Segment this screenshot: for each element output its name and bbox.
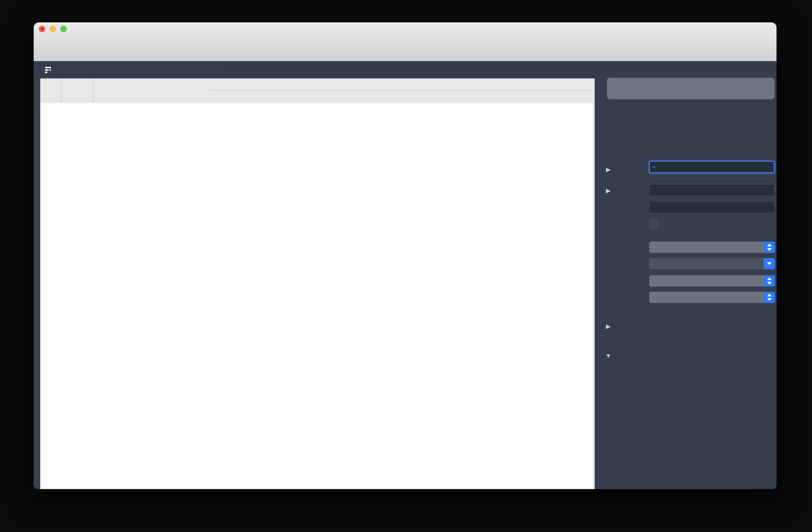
outline-table-header xyxy=(40,78,209,103)
disclosure-icon[interactable]: ▶ xyxy=(606,187,610,194)
inspector-panel: ▶ ▶ ▶ ▼ xyxy=(595,78,777,489)
disclosure-open-icon[interactable]: ▼ xyxy=(606,353,611,359)
titulo-selected-text xyxy=(653,167,655,168)
popup-stepper-icon xyxy=(764,242,775,253)
title-bar xyxy=(34,23,777,61)
trabajo-input[interactable] xyxy=(649,184,774,196)
close-window-button[interactable] xyxy=(39,26,45,32)
popup-stepper-icon xyxy=(764,292,775,303)
view-bar xyxy=(34,61,777,78)
alineacion-popup[interactable] xyxy=(649,292,775,303)
zoom-window-button[interactable] xyxy=(60,26,67,32)
inicio-popup[interactable] xyxy=(649,242,775,253)
unsaved-dot-icon xyxy=(41,28,43,30)
project-outline-and-gantt xyxy=(40,103,593,489)
disclosure-icon[interactable]: ▶ xyxy=(606,166,610,173)
screenshot-stage: ▶ ▶ ▶ ▼ xyxy=(0,0,812,532)
activity-indicator xyxy=(595,61,777,78)
minimize-window-button[interactable] xyxy=(49,26,56,32)
disclosure-icon[interactable]: ▶ xyxy=(606,323,610,330)
combo-chevron-icon xyxy=(764,258,775,269)
hito-checkbox[interactable] xyxy=(650,219,659,228)
titulo-input[interactable] xyxy=(649,161,774,173)
temprano-date-field[interactable] xyxy=(649,258,775,269)
merlin-project-window: ▶ ▶ ▶ ▼ xyxy=(34,23,777,489)
breadcrumb-separator xyxy=(47,70,222,70)
popup-stepper-icon xyxy=(764,275,775,287)
gantt-timescale-header xyxy=(209,78,593,103)
fin-popup[interactable] xyxy=(649,275,775,287)
duracion-input[interactable] xyxy=(649,201,774,213)
inspector-tab-bar xyxy=(607,78,774,99)
breadcrumb xyxy=(44,61,61,78)
left-edge-strip xyxy=(34,78,40,489)
